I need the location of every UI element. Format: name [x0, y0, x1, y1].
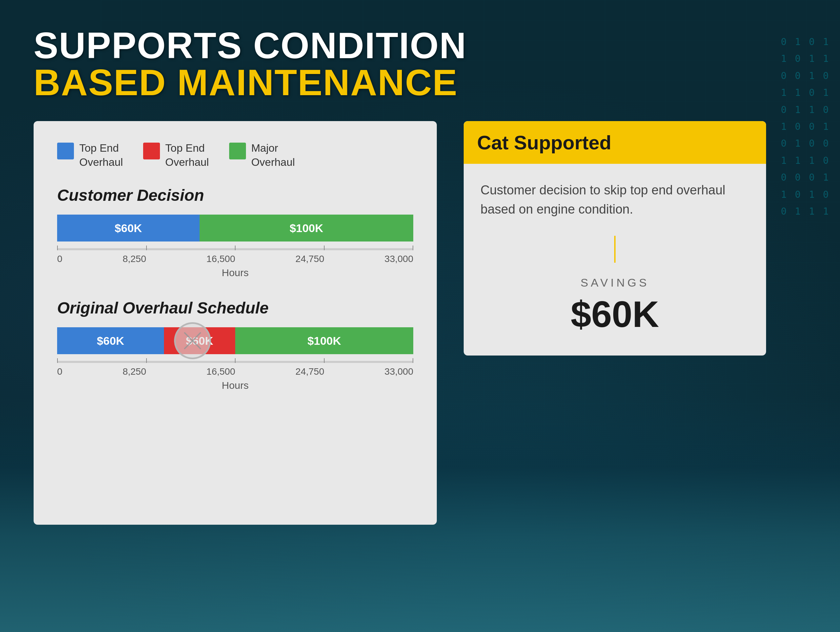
- customer-decision-axis-title: Hours: [57, 267, 413, 279]
- savings-label: SAVINGS: [480, 276, 749, 289]
- original-schedule-title: Original Overhaul Schedule: [57, 299, 413, 317]
- customer-decision-chart: $60K $100K 0 8,250 16,500: [57, 215, 413, 279]
- savings-line: [614, 236, 616, 263]
- legend-label-green: MajorOverhaul: [251, 141, 295, 169]
- legend-item-red: Top EndOverhaul: [143, 141, 209, 169]
- chart-card: Top EndOverhaul Top EndOverhaul MajorOve…: [33, 121, 437, 525]
- orig-axis-label-8250: 8,250: [123, 366, 146, 377]
- orig-axis-label-16500: 16,500: [206, 366, 235, 377]
- axis-label-16500: 16,500: [206, 253, 235, 265]
- legend-label-red: Top EndOverhaul: [165, 141, 209, 169]
- axis-label-24750: 24,750: [295, 253, 324, 265]
- title-line1: SUPPORTS CONDITION: [33, 27, 807, 64]
- info-card-description: Customer decision to skip top end overha…: [480, 181, 749, 219]
- original-schedule-axis-title: Hours: [57, 380, 413, 391]
- legend-color-blue: [57, 143, 74, 160]
- customer-decision-axis-labels: 0 8,250 16,500 24,750 33,000: [57, 253, 413, 265]
- main-content: SUPPORTS CONDITION BASED MAINTENANCE Top…: [0, 0, 840, 632]
- original-schedule-bar-blue: $60K: [57, 327, 164, 354]
- orig-axis-label-24750: 24,750: [295, 366, 324, 377]
- cards-row: Top EndOverhaul Top EndOverhaul MajorOve…: [33, 121, 807, 612]
- original-schedule-bar-green: $100K: [235, 327, 413, 354]
- info-card-title: Cat Supported: [477, 131, 753, 154]
- customer-decision-bar-track: $60K $100K: [57, 215, 413, 241]
- info-card-header: Cat Supported: [464, 121, 766, 164]
- page-title: SUPPORTS CONDITION BASED MAINTENANCE: [33, 27, 807, 101]
- legend-item-green: MajorOverhaul: [229, 141, 295, 169]
- legend-color-red: [143, 143, 160, 160]
- info-card: Cat Supported Customer decision to skip …: [464, 121, 766, 355]
- axis-label-33000: 33,000: [384, 253, 413, 265]
- original-schedule-axis-labels: 0 8,250 16,500 24,750 33,000: [57, 366, 413, 377]
- original-schedule-chart: $60K $60K $100K 0: [57, 327, 413, 391]
- axis-label-8250: 8,250: [123, 253, 146, 265]
- chart-legend: Top EndOverhaul Top EndOverhaul MajorOve…: [57, 141, 413, 169]
- customer-decision-section: Customer Decision $60K $100K: [57, 186, 413, 279]
- orig-axis-label-0: 0: [57, 366, 63, 377]
- title-line2: BASED MAINTENANCE: [33, 64, 807, 101]
- orig-axis-label-33000: 33,000: [384, 366, 413, 377]
- savings-divider: [480, 236, 749, 263]
- savings-amount: $60K: [480, 293, 749, 335]
- customer-decision-bar-wrapper: $60K $100K: [57, 215, 413, 241]
- original-schedule-bar-wrapper: $60K $60K $100K: [57, 327, 413, 354]
- original-schedule-bar-track: $60K $60K $100K: [57, 327, 413, 354]
- axis-label-0: 0: [57, 253, 63, 265]
- customer-decision-title: Customer Decision: [57, 186, 413, 204]
- customer-decision-bar-green: $100K: [200, 215, 413, 241]
- customer-decision-bar-blue: $60K: [57, 215, 200, 241]
- legend-color-green: [229, 143, 246, 160]
- legend-label-blue: Top EndOverhaul: [79, 141, 123, 169]
- info-card-body: Customer decision to skip top end overha…: [464, 164, 766, 355]
- legend-item-blue: Top EndOverhaul: [57, 141, 123, 169]
- crossed-circle: [174, 322, 211, 359]
- original-schedule-section: Original Overhaul Schedule $60K $60K $10…: [57, 299, 413, 391]
